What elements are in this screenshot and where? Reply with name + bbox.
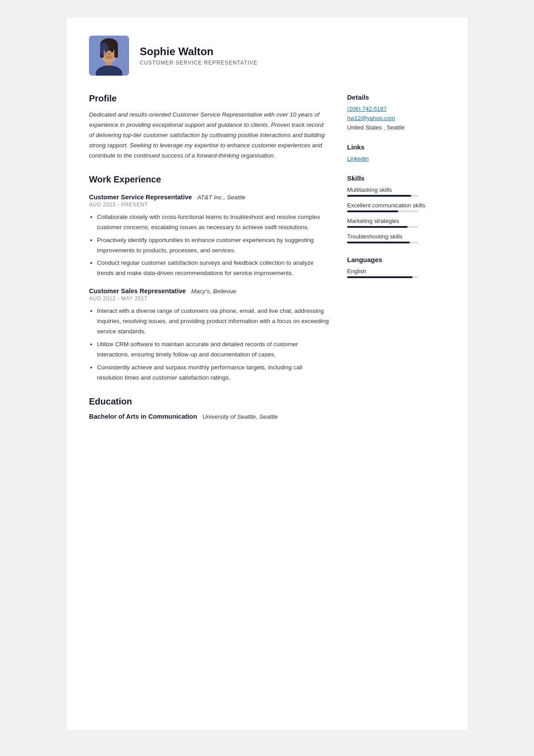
links-section-title: Links [347, 143, 445, 151]
svg-point-11 [100, 42, 109, 56]
list-item: Collaborate closely with cross-functiona… [97, 212, 329, 233]
edu-1-institution: University of Seattle, Seattle [202, 413, 278, 420]
skill-1: Multitasking skills [347, 186, 445, 197]
skill-2: Excellent communication skills [347, 202, 445, 212]
linkedin-link[interactable]: Linkedin [347, 155, 445, 162]
job-1-bullets: Collaborate closely with cross-functiona… [89, 212, 329, 279]
header-text: Sophie Walton CUSTOMER SERVICE REPRESENT… [140, 45, 258, 66]
skill-2-bar-fill [347, 210, 398, 212]
body-layout: Profile Dedicated and results-oriented C… [89, 93, 445, 421]
skill-4-bar-bg [347, 242, 418, 243]
job-2-dates: AUG 2012 - MAY 2017 [89, 295, 329, 302]
profile-section-title: Profile [89, 93, 329, 104]
edu-1-degree: Bachelor of Arts in Communication [89, 413, 197, 420]
job-1-header: Customer Service Representative AT&T Inc… [89, 194, 329, 201]
svg-point-7 [111, 49, 113, 53]
education-section-title: Education [89, 396, 329, 407]
job-1-company: AT&T Inc., Seattle [197, 194, 246, 201]
phone[interactable]: (206) 742-5187 [347, 105, 445, 112]
list-item: Conduct regular customer satisfaction su… [97, 258, 329, 279]
candidate-name: Sophie Walton [140, 45, 258, 58]
lang-1-name: English [347, 268, 445, 275]
lang-1-bar-bg [347, 276, 418, 278]
email[interactable]: hw12@yahoo.com [347, 115, 445, 121]
avatar [89, 36, 129, 76]
skill-3-bar-fill [347, 226, 408, 228]
job-2-title: Customer Sales Representative [89, 287, 186, 295]
job-2-header: Customer Sales Representative Macy's, Be… [89, 287, 329, 295]
skills-section-title: Skills [347, 174, 445, 182]
svg-point-8 [108, 53, 110, 55]
list-item: Consistently achieve and surpass monthly… [97, 363, 329, 383]
job-1-dates: AUG 2023 - PRESENT [89, 202, 329, 208]
work-section-title: Work Experience [89, 174, 329, 185]
profile-text: Dedicated and results-oriented Customer … [89, 110, 329, 161]
resume-page: Sophie Walton CUSTOMER SERVICE REPRESENT… [67, 18, 467, 730]
location: United States , Seattle [347, 124, 445, 131]
skill-2-bar-bg [347, 210, 418, 212]
details-section-title: Details [347, 93, 445, 101]
list-item: Proactively identify opportunities to en… [97, 235, 329, 256]
header: Sophie Walton CUSTOMER SERVICE REPRESENT… [89, 36, 445, 76]
list-item: Utilize CRM software to maintain accurat… [97, 340, 329, 360]
skill-1-bar-bg [347, 195, 418, 197]
skill-3: Marketing strategies [347, 218, 445, 228]
skill-4-name: Troubleshooting skills [347, 233, 445, 240]
job-1-title: Customer Service Representative [89, 194, 192, 201]
job-2-bullets: Interact with a diverse range of custome… [89, 306, 329, 383]
lang-1-bar-fill [347, 276, 413, 278]
skill-3-bar-bg [347, 226, 418, 228]
skill-1-bar-fill [347, 195, 411, 197]
job-2-company: Macy's, Bellevue [191, 288, 236, 295]
skill-4: Troubleshooting skills [347, 233, 445, 243]
edu-1-header: Bachelor of Arts in Communication Univer… [89, 413, 329, 420]
side-column: Details (206) 742-5187 hw12@yahoo.com Un… [347, 93, 445, 421]
list-item: Interact with a diverse range of custome… [97, 306, 329, 337]
skill-3-name: Marketing strategies [347, 218, 445, 224]
candidate-title: CUSTOMER SERVICE REPRESENTATIVE [140, 60, 258, 66]
skill-1-name: Multitasking skills [347, 186, 445, 193]
languages-section-title: Languages [347, 256, 445, 263]
main-column: Profile Dedicated and results-oriented C… [89, 93, 329, 421]
skill-2-name: Excellent communication skills [347, 202, 445, 209]
lang-1: English [347, 268, 445, 278]
svg-rect-5 [114, 44, 118, 58]
skill-4-bar-fill [347, 242, 410, 243]
